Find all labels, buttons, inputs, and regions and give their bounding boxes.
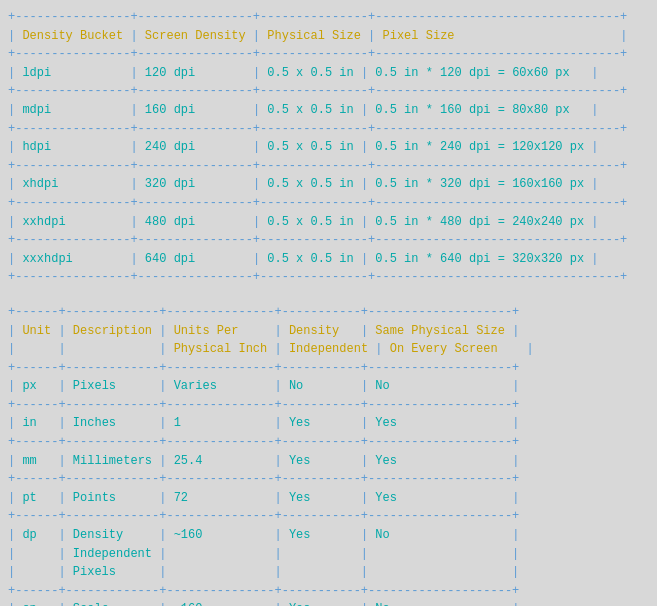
page-container: +----------------+----------------+-----… xyxy=(8,8,649,606)
table2-content: +------+-------------+---------------+--… xyxy=(8,303,649,606)
table1-content: +----------------+----------------+-----… xyxy=(8,8,649,287)
units-table: +------+-------------+---------------+--… xyxy=(8,303,649,606)
spacer xyxy=(8,287,649,303)
density-table: +----------------+----------------+-----… xyxy=(8,8,649,287)
